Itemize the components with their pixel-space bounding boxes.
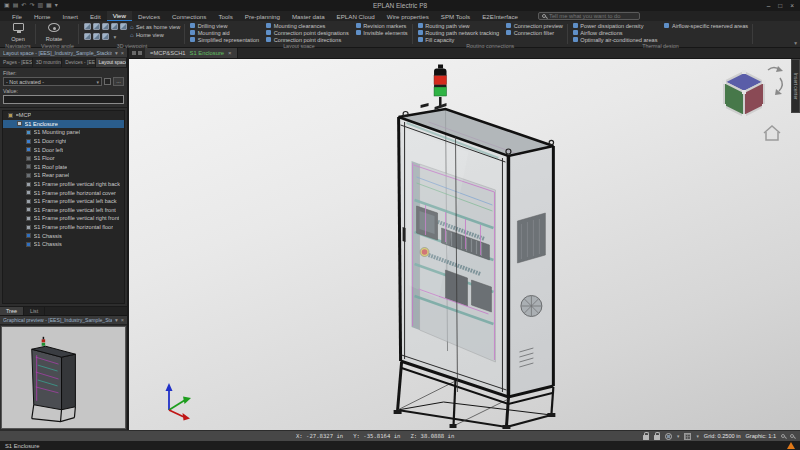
tab-close-icon[interactable]: × [228,50,232,56]
qat-icon[interactable]: ▣ [4,2,10,9]
ribbon-tab[interactable]: Master data [286,11,331,21]
qat-icon[interactable]: ▾ [55,2,58,9]
tree-item[interactable]: =MCP [3,111,124,120]
ribbon-button[interactable]: Connection filter [506,29,563,36]
ribbon-tab[interactable]: SPM Tools [435,11,476,21]
tree-item[interactable]: S1 Frame profile vertical right front [3,214,124,223]
tree-item[interactable]: S1 Frame profile vertical left front [3,206,124,215]
search-box[interactable] [538,12,640,20]
view-mode-tab[interactable]: List [24,307,45,315]
3d-viewport[interactable]: Insert center [129,59,800,430]
panel-close-icon[interactable]: × [121,50,124,56]
set-home-view-button[interactable]: ⌂ Set as home view [130,24,180,30]
qat-icon[interactable]: ▥ [37,2,43,9]
filter-active-checkbox[interactable] [104,78,111,85]
viewpoint-dropdown-icon[interactable]: ▾ [111,33,119,42]
globe-icon[interactable] [665,433,672,440]
tree-item[interactable]: S1 Frame profile vertical right back [3,180,124,189]
panel-tab[interactable]: Devices - [EES]_In... [62,58,95,67]
value-input[interactable] [3,95,124,104]
rotate-button[interactable]: Rotate [41,22,67,42]
tree-item[interactable]: S1 Frame profile horizontal cover [3,188,124,197]
tab-strip-icon[interactable] [132,51,136,55]
qat-icon[interactable]: ↷ [29,2,34,9]
tree-item[interactable]: S1 Floor [3,154,124,163]
ribbon-button[interactable]: Connection point designations [266,29,348,36]
preview-close-icon[interactable]: × [121,317,124,323]
lock-icon[interactable] [643,435,649,440]
ribbon-button[interactable]: Power dissipation density [573,22,658,29]
ribbon-button[interactable]: Connection preview [506,22,563,29]
open-navigator-button[interactable]: Open [5,22,31,42]
qat-icon[interactable]: ↶ [21,2,26,9]
ribbon-button[interactable]: Mounting aid [190,29,259,36]
view-mode-tab[interactable]: Tree [0,307,24,315]
ribbon-tab[interactable]: Insert [57,11,84,21]
qat-icon[interactable]: ▤ [13,2,19,9]
ribbon-tab[interactable]: EPLAN Cloud [331,11,381,21]
tree-item[interactable]: S1 Chassis [3,231,124,240]
panel-tab[interactable]: Layout space - [E... [96,58,127,67]
ribbon-button[interactable]: Mounting clearances [266,22,348,29]
view-cube[interactable] [714,62,786,146]
ribbon-tab[interactable]: E2EInterface [476,11,524,21]
chevron-down-icon[interactable]: ▾ [677,434,679,439]
ribbon-button[interactable]: Revision markers [356,22,408,29]
ribbon-tab[interactable]: Home [28,11,57,21]
ribbon-button[interactable]: Drilling view [190,22,259,29]
panel-menu-icon[interactable]: ▾ [115,50,118,56]
layout-space-document-tab[interactable]: =MCP&SCH1 S1 Enclosure × [145,48,238,58]
minimize-button[interactable]: – [767,1,771,10]
ribbon-button[interactable]: Invisible elements [356,29,408,36]
maximize-button[interactable]: □ [778,1,782,10]
home-view-button[interactable]: ⌂ Home view [130,32,180,38]
preview-menu-icon[interactable]: ▾ [115,317,118,323]
tree-item[interactable]: S1 Chassis [3,240,124,249]
ribbon-tab[interactable]: Wire properties [381,11,435,21]
insert-center-tab[interactable]: Insert center [791,59,800,113]
tree-item[interactable]: S1 Door left [3,145,124,154]
tree-item[interactable]: S1 Frame profile horizontal floor [3,223,124,232]
tree-item[interactable]: S1 Mounting panel [3,128,124,137]
ribbon-button[interactable]: Airflow directions [573,29,658,36]
warning-icon[interactable] [787,442,795,449]
ribbon-tab[interactable]: File [6,11,28,21]
panel-tab[interactable]: Pages - [EES]_Ind... [0,58,33,67]
filter-more-button[interactable]: ... [113,77,124,86]
viewpoint-cube-icon[interactable] [84,33,91,40]
tree-item[interactable]: S1 Roof plate [3,163,124,172]
enclosure-3d-render[interactable] [129,59,800,430]
zoom-out-icon[interactable] [790,434,794,438]
unlock-icon[interactable] [654,435,660,440]
ribbon-button[interactable]: Routing path view [418,22,500,29]
viewpoint-cube-icon[interactable] [111,23,118,30]
panel-tab[interactable]: 3D mounting lay... [33,58,63,67]
chevron-down-icon[interactable]: ▾ [696,434,698,439]
ribbon-button[interactable]: Airflow-specific reserved areas [664,22,748,29]
viewpoint-cube-icon[interactable] [93,33,100,40]
filter-dropdown[interactable]: - Not activated - ▾ [3,77,102,86]
viewpoint-cube-icon[interactable] [84,23,91,30]
ribbon-tab[interactable]: Devices [132,11,166,21]
tree-item[interactable]: S1 Enclosure [3,120,124,129]
zoom-in-icon[interactable] [781,434,785,438]
viewpoint-cube-icon[interactable] [102,23,109,30]
ribbon-tab[interactable]: Pre-planning [239,11,286,21]
ribbon-tab[interactable]: Edit [84,11,107,21]
grid-toggle-icon[interactable] [684,433,691,440]
ribbon-button[interactable]: Routing path network tracking [418,29,500,36]
tree-item[interactable]: S1 Rear panel [3,171,124,180]
ribbon-tab[interactable]: Connections [166,11,212,21]
ribbon-collapse-icon[interactable]: ▾ [794,40,797,46]
viewpoint-cube-icon[interactable] [102,33,109,40]
ribbon-tab[interactable]: View [107,11,132,21]
close-button[interactable]: × [790,1,794,10]
qat-icon[interactable]: ▦ [46,2,52,9]
tab-strip-icon[interactable] [138,51,142,55]
viewpoint-cube-icon[interactable] [120,23,127,30]
ribbon-tab[interactable]: Tools [212,11,238,21]
viewpoint-cube-icon[interactable] [93,23,100,30]
search-input[interactable] [549,13,636,19]
tree-item[interactable]: S1 Door right [3,137,124,146]
tree-item[interactable]: S1 Frame profile vertical left back [3,197,124,206]
